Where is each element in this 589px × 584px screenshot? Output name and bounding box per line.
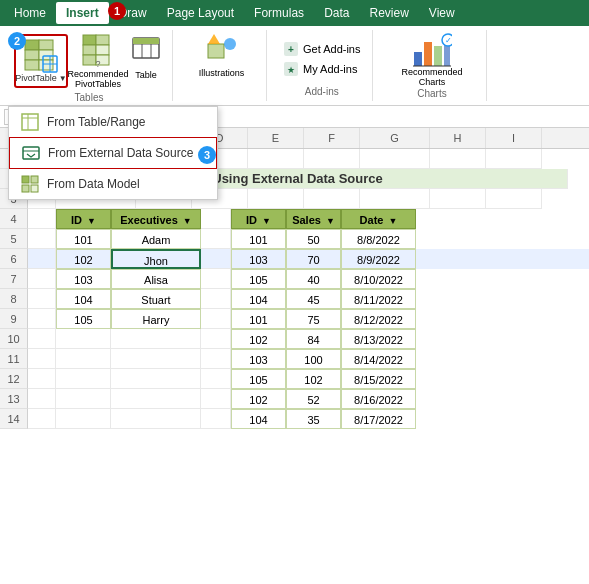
sales-r5-date[interactable]: 8/12/2022 — [341, 309, 416, 329]
cell-b12[interactable] — [56, 369, 111, 389]
cell-b14[interactable] — [56, 409, 111, 429]
sales-r9-date[interactable]: 8/16/2022 — [341, 389, 416, 409]
exec-r1-id[interactable]: 101 — [56, 229, 111, 249]
sales-r10-id[interactable]: 104 — [231, 409, 286, 429]
my-addins-button[interactable]: ★ My Add-ins — [279, 60, 361, 78]
tab-insert[interactable]: Insert — [56, 2, 109, 24]
cell-d9[interactable] — [201, 309, 231, 329]
tab-review[interactable]: Review — [359, 2, 418, 24]
sales-r10-date[interactable]: 8/17/2022 — [341, 409, 416, 429]
tab-home[interactable]: Home — [4, 2, 56, 24]
sales-r4-date[interactable]: 8/11/2022 — [341, 289, 416, 309]
cell-d10[interactable] — [201, 329, 231, 349]
exec-r3-name[interactable]: Alisa — [111, 269, 201, 289]
exec-r5-id[interactable]: 105 — [56, 309, 111, 329]
tab-data[interactable]: Data — [314, 2, 359, 24]
cell-f3[interactable] — [304, 189, 360, 209]
cell-b13[interactable] — [56, 389, 111, 409]
cell-e3[interactable] — [248, 189, 304, 209]
filter-arrow-date[interactable]: ▼ — [388, 216, 397, 226]
cell-c10[interactable] — [111, 329, 201, 349]
cell-d5[interactable] — [201, 229, 231, 249]
tab-formulas[interactable]: Formulas — [244, 2, 314, 24]
cell-d11[interactable] — [201, 349, 231, 369]
cell-i3[interactable] — [486, 189, 542, 209]
sales-r8-id[interactable]: 105 — [231, 369, 286, 389]
cell-c11[interactable] — [111, 349, 201, 369]
sales-r9-id[interactable]: 102 — [231, 389, 286, 409]
sales-r3-sales[interactable]: 40 — [286, 269, 341, 289]
tab-view[interactable]: View — [419, 2, 465, 24]
exec-r2-id[interactable]: 102 — [56, 249, 111, 269]
cell-i1[interactable] — [486, 149, 542, 169]
exec-r1-name[interactable]: Adam — [111, 229, 201, 249]
cell-d6[interactable] — [201, 249, 231, 269]
sales-r2-sales[interactable]: 70 — [286, 249, 341, 269]
cell-h3[interactable] — [430, 189, 486, 209]
sales-r1-sales[interactable]: 50 — [286, 229, 341, 249]
cell-d14[interactable] — [201, 409, 231, 429]
cell-d4[interactable] — [201, 209, 231, 229]
sales-r7-date[interactable]: 8/14/2022 — [341, 349, 416, 369]
filter-arrow-sid[interactable]: ▼ — [262, 216, 271, 226]
cell-a4[interactable] — [28, 209, 56, 229]
sales-r7-sales[interactable]: 100 — [286, 349, 341, 369]
cell-d12[interactable] — [201, 369, 231, 389]
cell-h1[interactable] — [430, 149, 486, 169]
sales-r4-sales[interactable]: 45 — [286, 289, 341, 309]
sales-r10-sales[interactable]: 35 — [286, 409, 341, 429]
sales-r2-id[interactable]: 103 — [231, 249, 286, 269]
recommended-pivot-button[interactable]: ? Recommended PivotTables — [72, 32, 124, 92]
cell-e1[interactable] — [248, 149, 304, 169]
exec-r3-id[interactable]: 103 — [56, 269, 111, 289]
sales-r1-id[interactable]: 101 — [231, 229, 286, 249]
dropdown-from-table[interactable]: From Table/Range — [9, 107, 217, 137]
cell-d8[interactable] — [201, 289, 231, 309]
dropdown-from-data-model[interactable]: From Data Model — [9, 169, 217, 199]
tab-page-layout[interactable]: Page Layout — [157, 2, 244, 24]
sales-r7-id[interactable]: 103 — [231, 349, 286, 369]
table-button[interactable]: Table — [128, 32, 164, 82]
sales-r8-date[interactable]: 8/15/2022 — [341, 369, 416, 389]
exec-r2-name[interactable]: Jhon — [111, 249, 201, 269]
exec-header-id[interactable]: ID ▼ — [56, 209, 111, 229]
illustrations-icon[interactable]: Illustrations — [202, 32, 242, 78]
sales-r6-sales[interactable]: 84 — [286, 329, 341, 349]
cell-a5[interactable] — [28, 229, 56, 249]
get-addins-button[interactable]: + Get Add-ins — [279, 40, 364, 58]
recommended-charts-button[interactable]: ✓ Recommended Charts — [402, 32, 462, 88]
cell-a13[interactable] — [28, 389, 56, 409]
filter-arrow-exec[interactable]: ▼ — [183, 216, 192, 226]
cell-c12[interactable] — [111, 369, 201, 389]
filter-arrow-sales[interactable]: ▼ — [326, 216, 335, 226]
cell-a8[interactable] — [28, 289, 56, 309]
sales-r9-sales[interactable]: 52 — [286, 389, 341, 409]
cell-a7[interactable] — [28, 269, 56, 289]
cell-c14[interactable] — [111, 409, 201, 429]
sales-r1-date[interactable]: 8/8/2022 — [341, 229, 416, 249]
cell-a11[interactable] — [28, 349, 56, 369]
cell-d13[interactable] — [201, 389, 231, 409]
sales-header-sales[interactable]: Sales ▼ — [286, 209, 341, 229]
sales-r5-id[interactable]: 101 — [231, 309, 286, 329]
dropdown-from-external[interactable]: From External Data Source — [9, 137, 217, 169]
sales-r3-date[interactable]: 8/10/2022 — [341, 269, 416, 289]
cell-g1[interactable] — [360, 149, 430, 169]
exec-r4-name[interactable]: Stuart — [111, 289, 201, 309]
sales-header-date[interactable]: Date ▼ — [341, 209, 416, 229]
filter-arrow-id[interactable]: ▼ — [87, 216, 96, 226]
cell-f1[interactable] — [304, 149, 360, 169]
sales-r4-id[interactable]: 104 — [231, 289, 286, 309]
cell-a9[interactable] — [28, 309, 56, 329]
sales-r6-date[interactable]: 8/13/2022 — [341, 329, 416, 349]
cell-a14[interactable] — [28, 409, 56, 429]
cell-b11[interactable] — [56, 349, 111, 369]
cell-g3[interactable] — [360, 189, 430, 209]
exec-header-executives[interactable]: Executives ▼ — [111, 209, 201, 229]
sales-r2-date[interactable]: 8/9/2022 — [341, 249, 416, 269]
sales-r6-id[interactable]: 102 — [231, 329, 286, 349]
exec-r4-id[interactable]: 104 — [56, 289, 111, 309]
cell-c13[interactable] — [111, 389, 201, 409]
sales-header-id[interactable]: ID ▼ — [231, 209, 286, 229]
cell-a12[interactable] — [28, 369, 56, 389]
